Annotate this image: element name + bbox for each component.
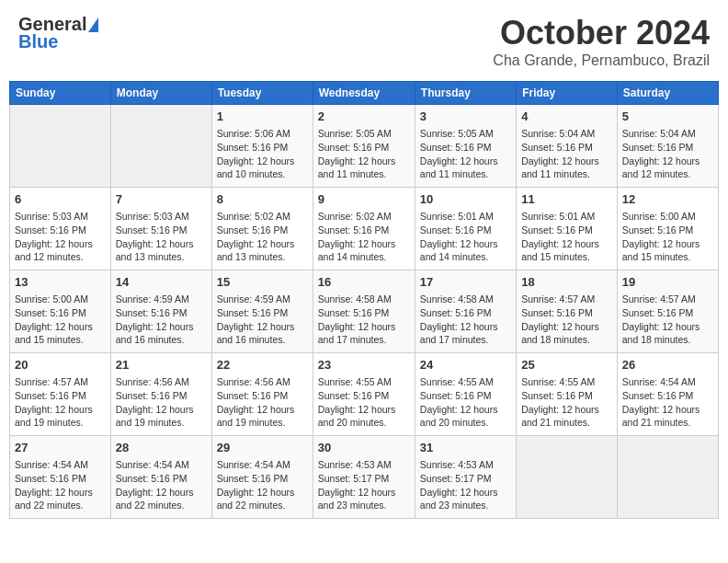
calendar-week-row: 20Sunrise: 4:57 AMSunset: 5:16 PMDayligh… — [10, 353, 719, 436]
sunrise-text: Sunrise: 4:59 AM — [116, 293, 189, 304]
day-number: 11 — [521, 191, 612, 208]
calendar-cell — [10, 105, 111, 188]
day-number: 24 — [420, 357, 511, 373]
daylight-text: Daylight: 12 hours and 22 minutes. — [15, 487, 93, 511]
sunset-text: Sunset: 5:16 PM — [622, 307, 694, 318]
daylight-text: Daylight: 12 hours and 13 minutes. — [217, 238, 295, 263]
daylight-text: Daylight: 12 hours and 22 minutes. — [217, 487, 295, 511]
sunset-text: Sunset: 5:16 PM — [217, 473, 289, 484]
sunrise-text: Sunrise: 5:01 AM — [420, 211, 494, 222]
sunset-text: Sunset: 5:16 PM — [318, 390, 390, 401]
sunset-text: Sunset: 5:16 PM — [116, 473, 188, 484]
daylight-text: Daylight: 12 hours and 15 minutes. — [521, 238, 599, 263]
sunset-text: Sunset: 5:16 PM — [521, 142, 593, 153]
calendar-cell: 10Sunrise: 5:01 AMSunset: 5:16 PMDayligh… — [415, 188, 516, 270]
sunrise-text: Sunrise: 5:04 AM — [622, 128, 696, 139]
daylight-text: Daylight: 12 hours and 21 minutes. — [521, 404, 599, 429]
daylight-text: Daylight: 12 hours and 11 minutes. — [521, 155, 599, 180]
sunrise-text: Sunrise: 4:54 AM — [15, 459, 88, 470]
daylight-text: Daylight: 12 hours and 14 minutes. — [318, 238, 396, 263]
calendar-cell: 23Sunrise: 4:55 AMSunset: 5:16 PMDayligh… — [313, 353, 415, 436]
sunset-text: Sunset: 5:16 PM — [622, 142, 694, 153]
calendar-week-row: 27Sunrise: 4:54 AMSunset: 5:16 PMDayligh… — [10, 436, 719, 519]
calendar-cell: 18Sunrise: 4:57 AMSunset: 5:16 PMDayligh… — [517, 270, 618, 353]
sunrise-text: Sunrise: 4:54 AM — [116, 459, 189, 470]
daylight-text: Daylight: 12 hours and 10 minutes. — [217, 155, 295, 180]
day-of-week-header: Sunday — [10, 82, 111, 105]
sunrise-text: Sunrise: 4:54 AM — [217, 459, 290, 470]
sunrise-text: Sunrise: 5:00 AM — [15, 293, 88, 304]
day-number: 26 — [622, 357, 713, 373]
sunrise-text: Sunrise: 5:05 AM — [420, 128, 494, 139]
month-title: October 2024 — [493, 14, 710, 52]
title-section: October 2024 Cha Grande, Pernambuco, Bra… — [493, 14, 710, 69]
calendar-cell: 5Sunrise: 5:04 AMSunset: 5:16 PMDaylight… — [617, 105, 718, 188]
calendar-table: SundayMondayTuesdayWednesdayThursdayFrid… — [9, 81, 719, 519]
daylight-text: Daylight: 12 hours and 19 minutes. — [217, 404, 295, 429]
sunset-text: Sunset: 5:16 PM — [217, 142, 289, 153]
day-of-week-header: Tuesday — [211, 82, 313, 105]
logo-blue-text: Blue — [18, 31, 58, 52]
daylight-text: Daylight: 12 hours and 19 minutes. — [116, 404, 194, 429]
sunrise-text: Sunrise: 4:55 AM — [420, 376, 494, 387]
sunset-text: Sunset: 5:16 PM — [521, 390, 593, 401]
daylight-text: Daylight: 12 hours and 11 minutes. — [420, 155, 498, 180]
sunset-text: Sunset: 5:16 PM — [116, 307, 188, 318]
sunrise-text: Sunrise: 5:00 AM — [622, 211, 696, 222]
sunset-text: Sunset: 5:16 PM — [622, 224, 694, 236]
sunset-text: Sunset: 5:16 PM — [420, 142, 492, 153]
day-number: 25 — [521, 357, 612, 373]
sunrise-text: Sunrise: 4:58 AM — [420, 293, 494, 304]
calendar-week-row: 13Sunrise: 5:00 AMSunset: 5:16 PMDayligh… — [10, 270, 719, 353]
calendar-cell: 31Sunrise: 4:53 AMSunset: 5:17 PMDayligh… — [415, 436, 516, 519]
sunset-text: Sunset: 5:17 PM — [318, 473, 390, 484]
day-number: 30 — [318, 440, 410, 456]
location-text: Cha Grande, Pernambuco, Brazil — [493, 52, 710, 69]
calendar-cell: 26Sunrise: 4:54 AMSunset: 5:16 PMDayligh… — [617, 353, 718, 436]
calendar-cell — [617, 436, 718, 519]
calendar-cell: 7Sunrise: 5:03 AMSunset: 5:16 PMDaylight… — [110, 188, 211, 270]
sunrise-text: Sunrise: 4:56 AM — [217, 376, 290, 387]
sunset-text: Sunset: 5:16 PM — [420, 307, 492, 318]
sunset-text: Sunset: 5:16 PM — [217, 307, 289, 318]
sunset-text: Sunset: 5:17 PM — [420, 473, 492, 484]
day-number: 19 — [622, 274, 713, 291]
day-number: 9 — [318, 191, 410, 208]
daylight-text: Daylight: 12 hours and 13 minutes. — [116, 238, 194, 263]
sunrise-text: Sunrise: 5:03 AM — [15, 211, 88, 222]
sunrise-text: Sunrise: 4:57 AM — [521, 293, 595, 304]
sunset-text: Sunset: 5:16 PM — [521, 307, 593, 318]
day-of-week-header: Friday — [517, 82, 618, 105]
calendar-cell: 27Sunrise: 4:54 AMSunset: 5:16 PMDayligh… — [10, 436, 111, 519]
day-number: 10 — [420, 191, 511, 208]
day-number: 23 — [318, 357, 410, 373]
sunset-text: Sunset: 5:16 PM — [15, 224, 86, 236]
sunrise-text: Sunrise: 4:55 AM — [521, 376, 595, 387]
sunset-text: Sunset: 5:16 PM — [116, 390, 188, 401]
daylight-text: Daylight: 12 hours and 11 minutes. — [318, 155, 396, 180]
sunrise-text: Sunrise: 5:04 AM — [521, 128, 595, 139]
calendar-cell: 13Sunrise: 5:00 AMSunset: 5:16 PMDayligh… — [10, 270, 111, 353]
sunset-text: Sunset: 5:16 PM — [15, 307, 86, 318]
daylight-text: Daylight: 12 hours and 19 minutes. — [15, 404, 93, 429]
calendar-cell — [517, 436, 618, 519]
page-header: General Blue October 2024 Cha Grande, Pe… — [9, 9, 719, 74]
day-number: 18 — [521, 274, 612, 291]
daylight-text: Daylight: 12 hours and 21 minutes. — [622, 404, 700, 429]
sunrise-text: Sunrise: 5:03 AM — [116, 211, 189, 222]
daylight-text: Daylight: 12 hours and 17 minutes. — [420, 321, 498, 346]
calendar-cell: 2Sunrise: 5:05 AMSunset: 5:16 PMDaylight… — [313, 105, 415, 188]
sunset-text: Sunset: 5:16 PM — [622, 390, 694, 401]
sunrise-text: Sunrise: 5:02 AM — [318, 211, 392, 222]
sunrise-text: Sunrise: 4:57 AM — [622, 293, 696, 304]
calendar-cell: 21Sunrise: 4:56 AMSunset: 5:16 PMDayligh… — [110, 353, 211, 436]
day-number: 21 — [116, 357, 207, 373]
sunset-text: Sunset: 5:16 PM — [420, 224, 492, 236]
day-number: 12 — [622, 191, 713, 208]
calendar-cell: 3Sunrise: 5:05 AMSunset: 5:16 PMDaylight… — [415, 105, 516, 188]
calendar-header-row: SundayMondayTuesdayWednesdayThursdayFrid… — [10, 82, 719, 105]
day-number: 22 — [217, 357, 308, 373]
day-number: 5 — [622, 109, 713, 125]
day-number: 13 — [15, 274, 106, 291]
calendar-body: 1Sunrise: 5:06 AMSunset: 5:16 PMDaylight… — [10, 105, 719, 519]
